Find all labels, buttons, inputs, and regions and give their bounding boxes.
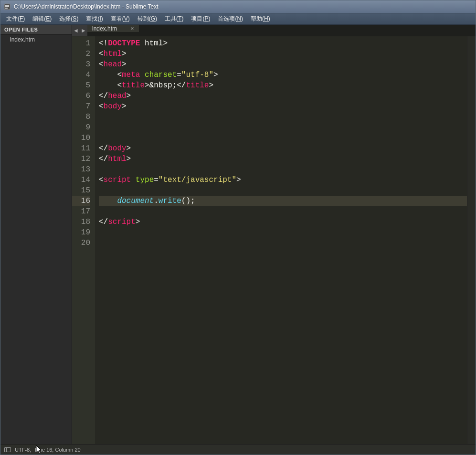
line-number[interactable]: 5 bbox=[72, 80, 90, 91]
code-line[interactable]: <head> bbox=[99, 59, 467, 70]
sidebar-file[interactable]: index.htm bbox=[0, 35, 72, 44]
sidebar: OPEN FILES index.htm bbox=[0, 25, 72, 444]
menu-item-1[interactable]: 编辑(E) bbox=[29, 13, 55, 24]
line-number[interactable]: 13 bbox=[72, 164, 90, 175]
svg-rect-1 bbox=[5, 5, 9, 6]
code-line[interactable]: </html> bbox=[99, 154, 467, 164]
code-editor[interactable]: 1234567891011121314151617181920 <!DOCTYP… bbox=[72, 36, 476, 444]
sidebar-header: OPEN FILES bbox=[0, 25, 72, 35]
menu-item-6[interactable]: 工具(T) bbox=[161, 13, 187, 24]
line-number[interactable]: 2 bbox=[72, 49, 90, 59]
line-number[interactable]: 4 bbox=[72, 70, 90, 80]
code-line[interactable] bbox=[99, 133, 467, 143]
code-line[interactable]: </body> bbox=[99, 143, 467, 154]
nav-forward-icon[interactable]: ► bbox=[80, 25, 87, 36]
minimap[interactable] bbox=[467, 36, 476, 444]
line-number[interactable]: 9 bbox=[72, 122, 90, 133]
svg-rect-3 bbox=[5, 8, 8, 9]
menu-item-0[interactable]: 文件(F) bbox=[2, 13, 29, 24]
code-line[interactable] bbox=[99, 206, 467, 217]
code-line[interactable] bbox=[99, 227, 467, 238]
code-line[interactable]: <!DOCTYPE html> bbox=[99, 38, 467, 49]
tab[interactable]: index.htm× bbox=[87, 25, 139, 32]
menu-item-7[interactable]: 项目(P) bbox=[187, 13, 214, 24]
code-line[interactable]: </script> bbox=[99, 217, 467, 227]
line-number[interactable]: 17 bbox=[72, 206, 90, 217]
line-number[interactable]: 7 bbox=[72, 101, 90, 112]
code-line[interactable]: <body> bbox=[99, 101, 467, 112]
panel-switcher-icon[interactable] bbox=[4, 447, 11, 452]
line-number[interactable]: 14 bbox=[72, 175, 90, 185]
menu-item-3[interactable]: 查找(I) bbox=[82, 13, 106, 24]
code-line[interactable]: <script type="text/javascript"> bbox=[99, 175, 467, 185]
code-line[interactable]: <html> bbox=[99, 49, 467, 59]
code-line[interactable] bbox=[99, 112, 467, 122]
close-icon[interactable]: × bbox=[130, 25, 134, 32]
tab-label: index.htm bbox=[92, 25, 117, 32]
line-number[interactable]: 19 bbox=[72, 227, 90, 238]
nav-back-icon[interactable]: ◄ bbox=[72, 25, 80, 36]
content-area: OPEN FILES index.htm ◄ ► index.htm× 1234… bbox=[0, 25, 476, 444]
window-title: C:\Users\Administrator\Desktop\index.htm… bbox=[14, 3, 159, 10]
code-line[interactable] bbox=[99, 122, 467, 133]
line-number[interactable]: 3 bbox=[72, 59, 90, 70]
menu-item-4[interactable]: 查看(V) bbox=[107, 13, 134, 24]
code-line[interactable]: document.write(); bbox=[99, 196, 467, 206]
app-icon bbox=[3, 3, 11, 11]
menubar: 文件(F)编辑(E)选择(S)查找(I)查看(V)转到(G)工具(T)项目(P)… bbox=[0, 13, 476, 25]
line-number[interactable]: 20 bbox=[72, 238, 90, 248]
code-line[interactable]: <title>&nbsp;</title> bbox=[99, 80, 467, 91]
code-line[interactable] bbox=[99, 185, 467, 196]
app-window: C:\Users\Administrator\Desktop\index.htm… bbox=[0, 0, 476, 455]
editor-area: ◄ ► index.htm× 1234567891011121314151617… bbox=[72, 25, 476, 444]
code-line[interactable] bbox=[99, 164, 467, 175]
line-number[interactable]: 1 bbox=[72, 38, 90, 49]
line-number[interactable]: 11 bbox=[72, 143, 90, 154]
menu-item-8[interactable]: 首选项(N) bbox=[214, 13, 247, 24]
menu-item-9[interactable]: 帮助(H) bbox=[247, 13, 274, 24]
tabbar: ◄ ► index.htm× bbox=[72, 25, 476, 36]
line-number[interactable]: 6 bbox=[72, 91, 90, 101]
svg-rect-2 bbox=[5, 6, 9, 7]
menu-item-2[interactable]: 选择(S) bbox=[55, 13, 82, 24]
statusbar: UTF-8, Line 16, Column 20 bbox=[0, 444, 476, 455]
tab-nav-arrows: ◄ ► bbox=[72, 25, 87, 36]
titlebar[interactable]: C:\Users\Administrator\Desktop\index.htm… bbox=[0, 0, 476, 13]
line-number[interactable]: 15 bbox=[72, 185, 90, 196]
menu-item-5[interactable]: 转到(G) bbox=[134, 13, 161, 24]
line-number[interactable]: 18 bbox=[72, 217, 90, 227]
code-line[interactable] bbox=[99, 238, 467, 248]
status-position[interactable]: Line 16, Column 20 bbox=[35, 447, 80, 453]
line-number[interactable]: 12 bbox=[72, 154, 90, 164]
line-number[interactable]: 16 bbox=[72, 196, 90, 206]
code-line[interactable]: <meta charset="utf-8"> bbox=[99, 70, 467, 80]
line-number[interactable]: 8 bbox=[72, 112, 90, 122]
line-number[interactable]: 10 bbox=[72, 133, 90, 143]
code-line[interactable]: </head> bbox=[99, 91, 467, 101]
gutter: 1234567891011121314151617181920 bbox=[72, 36, 95, 444]
code-content[interactable]: <!DOCTYPE html><html><head> <meta charse… bbox=[95, 36, 467, 444]
status-encoding[interactable]: UTF-8, bbox=[15, 447, 31, 453]
